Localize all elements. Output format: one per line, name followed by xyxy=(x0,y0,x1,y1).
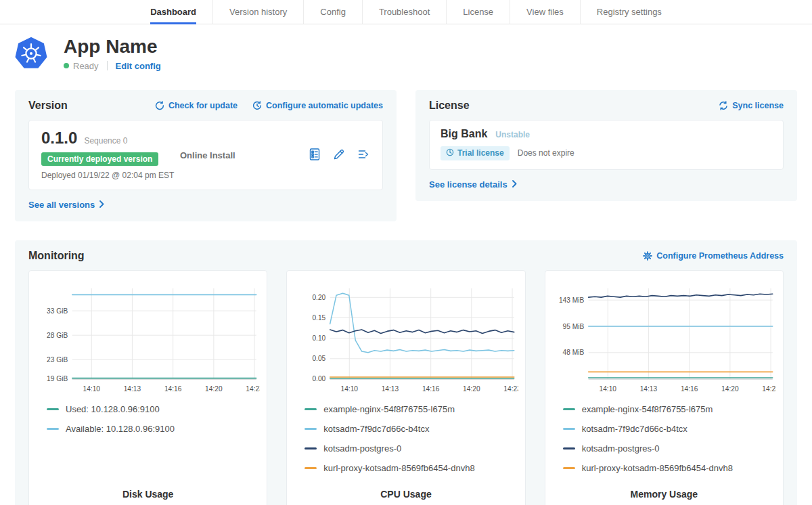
tab-dashboard[interactable]: Dashboard xyxy=(134,0,212,24)
version-number: 0.1.0 xyxy=(41,129,77,148)
sync-license-label: Sync license xyxy=(732,101,784,110)
kots-admin-dashboard: Dashboard Version history Config Trouble… xyxy=(0,0,812,505)
top-nav: Dashboard Version history Config Trouble… xyxy=(0,0,812,24)
legend-color-dash xyxy=(47,428,59,430)
svg-text:0.00: 0.00 xyxy=(313,374,326,382)
tab-registry-settings[interactable]: Registry settings xyxy=(580,0,678,24)
tab-license[interactable]: License xyxy=(446,0,510,24)
customer-name: Big Bank xyxy=(441,128,487,140)
see-license-details-label: See license details xyxy=(429,179,508,190)
svg-text:14:13: 14:13 xyxy=(382,384,399,392)
configure-automatic-updates-link[interactable]: Configure automatic updates xyxy=(252,101,383,110)
channel-label: Unstable xyxy=(495,130,530,139)
disk-usage-plot: 19 GiB23 GiB28 GiB33 GiB14:1014:1314:161… xyxy=(36,280,260,397)
legend-color-dash xyxy=(47,408,59,410)
svg-text:14:20: 14:20 xyxy=(463,384,480,392)
install-type-label: Online Install xyxy=(180,129,308,160)
expiry-label: Does not expire xyxy=(518,148,574,158)
svg-text:14:23: 14:23 xyxy=(762,384,776,392)
svg-text:14:13: 14:13 xyxy=(639,384,657,392)
charts-row: 19 GiB23 GiB28 GiB33 GiB14:1014:1314:161… xyxy=(28,270,784,505)
legend-color-dash xyxy=(304,428,317,430)
svg-text:143 MiB: 143 MiB xyxy=(559,295,584,303)
version-card-actions: Check for update Configure automatic up xyxy=(155,101,383,110)
cpu-usage-legend: example-nginx-54f8f76755-l675mkotsadm-7f… xyxy=(294,397,518,478)
legend-item: kotsadm-postgres-0 xyxy=(304,439,507,458)
legend-item: Used: 10.128.0.96:9100 xyxy=(47,399,249,419)
svg-text:0.15: 0.15 xyxy=(313,313,326,321)
version-card: Version Check for update xyxy=(15,90,397,221)
svg-text:14:16: 14:16 xyxy=(422,384,440,392)
trial-license-badge: Trial license xyxy=(441,146,510,160)
edit-config-link[interactable]: Edit config xyxy=(116,61,161,71)
app-header: App Name Ready Edit config xyxy=(15,37,797,71)
license-box: Big Bank Unstable Trial license xyxy=(429,120,784,170)
check-for-update-link[interactable]: Check for update xyxy=(155,101,238,110)
svg-text:48 MiB: 48 MiB xyxy=(562,348,584,356)
legend-item: example-nginx-54f8f76755-l675m xyxy=(304,399,507,419)
legend-color-dash xyxy=(563,428,575,430)
tab-config[interactable]: Config xyxy=(303,0,362,24)
chevron-right-icon xyxy=(99,200,104,210)
deployed-timestamp: Deployed 01/19/22 @ 02:04 pm EST xyxy=(41,171,180,180)
configure-automatic-updates-label: Configure automatic updates xyxy=(266,101,383,110)
clock-refresh-icon xyxy=(252,101,262,110)
see-all-versions-link[interactable]: See all versions xyxy=(28,200,104,210)
disk-usage-chart: 19 GiB23 GiB28 GiB33 GiB14:1014:1314:161… xyxy=(28,270,267,505)
svg-text:14:10: 14:10 xyxy=(599,384,616,392)
license-card-header: License Sync license xyxy=(429,100,784,112)
legend-label: kotsadm-7f9dc7d66c-b4tcx xyxy=(582,424,687,434)
monitoring-header: Monitoring xyxy=(28,250,784,262)
svg-text:14:20: 14:20 xyxy=(721,384,739,392)
legend-item: kotsadm-postgres-0 xyxy=(563,439,765,458)
configure-prometheus-link[interactable]: Configure Prometheus Address xyxy=(643,251,784,261)
see-license-details-link[interactable]: See license details xyxy=(429,179,517,190)
legend-item: kurl-proxy-kotsadm-8569fb6454-dnvh8 xyxy=(563,458,765,478)
memory-usage-chart: 48 MiB95 MiB143 MiB14:1014:1314:1614:201… xyxy=(545,270,784,505)
chart-title: CPU Usage xyxy=(294,478,518,500)
main-content: App Name Ready Edit config Version xyxy=(0,37,812,505)
cpu-usage-plot: 0.000.050.100.150.2014:1014:1314:1614:20… xyxy=(294,280,518,397)
legend-label: kotsadm-postgres-0 xyxy=(323,443,401,454)
svg-text:23 GiB: 23 GiB xyxy=(47,355,68,363)
deploy-logs-icon[interactable] xyxy=(357,148,370,164)
svg-text:14:23: 14:23 xyxy=(246,384,260,392)
legend-label: kotsadm-postgres-0 xyxy=(582,443,660,454)
sync-license-link[interactable]: Sync license xyxy=(719,101,784,110)
deployed-badge: Currently deployed version xyxy=(41,152,158,166)
legend-item: kurl-proxy-kotsadm-8569fb6454-dnvh8 xyxy=(304,458,507,478)
legend-label: example-nginx-54f8f76755-l675m xyxy=(582,404,713,414)
tab-view-files[interactable]: View files xyxy=(510,0,580,24)
tab-version-history[interactable]: Version history xyxy=(212,0,303,24)
license-name-row: Big Bank Unstable xyxy=(441,128,772,140)
legend-color-dash xyxy=(563,408,575,410)
cards-row: Version Check for update xyxy=(15,90,797,221)
svg-text:28 GiB: 28 GiB xyxy=(47,330,68,338)
app-title: App Name xyxy=(64,37,161,58)
tab-troubleshoot[interactable]: Troubleshoot xyxy=(362,0,446,24)
disk-usage-legend: Used: 10.128.0.96:9100Available: 10.128.… xyxy=(36,397,260,439)
svg-text:19 GiB: 19 GiB xyxy=(47,374,68,382)
version-card-title: Version xyxy=(28,100,68,112)
license-card-title: License xyxy=(429,100,470,112)
legend-color-dash xyxy=(304,408,317,410)
divider xyxy=(107,61,108,70)
svg-text:14:23: 14:23 xyxy=(504,384,518,392)
legend-label: Available: 10.128.0.96:9100 xyxy=(66,424,175,434)
edit-config-icon[interactable] xyxy=(332,148,346,164)
legend-label: Used: 10.128.0.96:9100 xyxy=(66,404,160,414)
legend-color-dash xyxy=(304,467,317,469)
release-notes-icon[interactable] xyxy=(308,148,321,164)
license-card: License Sync license xyxy=(415,90,797,201)
svg-text:14:13: 14:13 xyxy=(124,384,141,392)
svg-text:14:20: 14:20 xyxy=(205,384,223,392)
legend-color-dash xyxy=(563,467,575,469)
current-version-box: 0.1.0 Sequence 0 Currently deployed vers… xyxy=(28,120,383,190)
chart-title: Disk Usage xyxy=(36,478,260,500)
svg-text:95 MiB: 95 MiB xyxy=(562,322,584,330)
sequence-label: Sequence 0 xyxy=(84,136,127,146)
version-info: 0.1.0 Sequence 0 Currently deployed vers… xyxy=(41,129,180,180)
svg-text:0.20: 0.20 xyxy=(313,292,326,301)
legend-color-dash xyxy=(304,447,317,449)
memory-usage-legend: example-nginx-54f8f76755-l675mkotsadm-7f… xyxy=(552,397,776,478)
